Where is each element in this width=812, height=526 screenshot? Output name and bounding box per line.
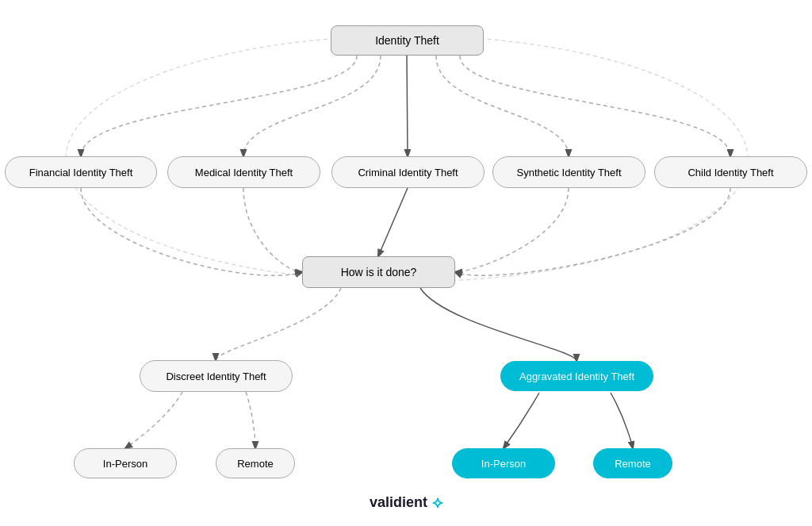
logo-text: validient [370,494,427,511]
aggravated-node: Aggravated Identity Theft [500,361,653,391]
inperson-discreet-node: In-Person [74,448,177,478]
logo: validient ⟡ [370,493,442,512]
remote-aggravated-node: Remote [593,448,672,478]
diagram: Identity Theft Financial Identity Theft … [0,0,812,526]
criminal-node: Criminal Identity Theft [331,156,485,188]
remote-discreet-node: Remote [216,448,295,478]
discreet-node: Discreet Identity Theft [140,360,293,392]
svg-line-1 [378,188,408,256]
svg-line-0 [407,56,408,156]
logo-icon: ⟡ [432,493,442,512]
financial-node: Financial Identity Theft [5,156,157,188]
synthetic-node: Synthetic Identity Theft [492,156,645,188]
medical-node: Medical Identity Theft [167,156,320,188]
how-node: How is it done? [302,256,455,288]
identity-theft-node: Identity Theft [331,25,484,56]
child-node: Child Identity Theft [654,156,807,188]
inperson-aggravated-node: In-Person [452,448,555,478]
